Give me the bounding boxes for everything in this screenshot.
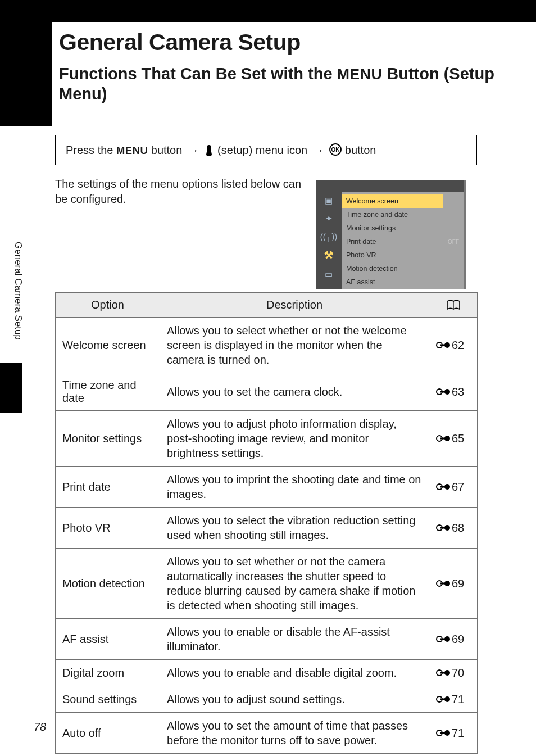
table-row: AF assistAllows you to enable or disable… bbox=[56, 619, 478, 660]
cell-option: Print date bbox=[56, 467, 160, 508]
cell-reference-number: 69 bbox=[452, 633, 464, 645]
ok-button-icon: OK bbox=[329, 143, 342, 156]
cell-description: Allows you to select whether or not the … bbox=[160, 318, 429, 373]
instr-ok-text: button bbox=[345, 144, 376, 156]
cell-description: Allows you to set the amount of time tha… bbox=[160, 713, 429, 754]
arrow-icon: → bbox=[188, 144, 199, 156]
title-block: General Camera Setup Functions That Can … bbox=[52, 22, 536, 126]
cell-reference-number: 65 bbox=[452, 432, 464, 445]
cell-reference: 71 bbox=[429, 713, 478, 754]
cell-description: Allows you to enable or disable the AF-a… bbox=[160, 619, 429, 660]
svg-rect-14 bbox=[440, 486, 446, 487]
mini-menu-item: Print date bbox=[342, 235, 443, 248]
mini-menu-item: AF assist bbox=[342, 275, 443, 289]
mini-menu-list: Welcome screenTime zone and dateMonitor … bbox=[342, 192, 443, 289]
wrench-icon bbox=[204, 144, 214, 156]
th-option: Option bbox=[56, 293, 160, 318]
arrow-icon: → bbox=[313, 144, 324, 156]
cell-reference-number: 71 bbox=[452, 693, 464, 705]
page-title: General Camera Setup bbox=[59, 29, 519, 56]
cell-reference-number: 71 bbox=[452, 727, 464, 739]
cell-option: AF assist bbox=[56, 619, 160, 660]
cell-option: Sound settings bbox=[56, 686, 160, 713]
ref-link-icon bbox=[436, 668, 451, 679]
table-row: Monitor settingsAllows you to adjust pho… bbox=[56, 411, 478, 467]
svg-rect-8 bbox=[440, 391, 446, 392]
cell-option: Monitor settings bbox=[56, 411, 160, 467]
cell-reference: 65 bbox=[429, 411, 478, 467]
side-tab-marker bbox=[0, 363, 22, 413]
cell-option: Motion detection bbox=[56, 549, 160, 619]
intro-text: The settings of the menu options listed … bbox=[55, 176, 302, 207]
svg-text:OK: OK bbox=[331, 147, 340, 153]
camera-icon: ▣ bbox=[325, 196, 333, 206]
cell-reference: 67 bbox=[429, 467, 478, 508]
cell-reference: 63 bbox=[429, 373, 478, 411]
mini-menu-sidebar: ▣ ✦ ((┬)) ⚒ ▭ bbox=[316, 192, 342, 289]
ref-link-icon bbox=[436, 523, 451, 534]
antenna-icon: ((┬)) bbox=[320, 232, 338, 241]
svg-rect-20 bbox=[440, 582, 446, 584]
page-number: 78 bbox=[34, 721, 46, 734]
wrench-icon: ⚒ bbox=[324, 249, 333, 261]
cell-description: Allows you to enable and disable digital… bbox=[160, 660, 429, 686]
cell-reference: 70 bbox=[429, 660, 478, 686]
table-row: Auto offAllows you to set the amount of … bbox=[56, 713, 478, 754]
cell-option: Welcome screen bbox=[56, 318, 160, 373]
table-row: Print dateAllows you to imprint the shoo… bbox=[56, 467, 478, 508]
svg-rect-32 bbox=[440, 732, 446, 734]
ref-link-icon bbox=[436, 728, 451, 739]
cell-reference-number: 69 bbox=[452, 577, 464, 590]
cell-description: Allows you to select the vibration reduc… bbox=[160, 508, 429, 549]
camera-menu-preview: ▣ ✦ ((┬)) ⚒ ▭ Welcome screenTime zone an… bbox=[316, 180, 466, 289]
cell-option: Photo VR bbox=[56, 508, 160, 549]
cell-reference: 71 bbox=[429, 686, 478, 713]
table-row: Sound settingsAllows you to adjust sound… bbox=[56, 686, 478, 713]
options-table-wrap: Option Description Welcome screenAllows … bbox=[55, 292, 478, 754]
cell-reference-number: 67 bbox=[452, 481, 464, 493]
mini-menu-value: OFF bbox=[448, 235, 459, 248]
mini-menu-values: OFF bbox=[443, 192, 464, 289]
side-section-label: General Camera Setup bbox=[12, 242, 24, 340]
cell-option: Auto off bbox=[56, 713, 160, 754]
cell-reference: 69 bbox=[429, 549, 478, 619]
table-row: Photo VRAllows you to select the vibrati… bbox=[56, 508, 478, 549]
svg-rect-11 bbox=[440, 437, 446, 439]
ref-link-icon bbox=[436, 340, 451, 351]
cell-reference-number: 68 bbox=[452, 522, 464, 534]
book-icon bbox=[446, 300, 461, 310]
svg-rect-5 bbox=[440, 344, 446, 346]
cell-reference-number: 62 bbox=[452, 339, 464, 351]
mini-menu-body: ▣ ✦ ((┬)) ⚒ ▭ Welcome screenTime zone an… bbox=[316, 192, 464, 289]
mini-menu-header bbox=[316, 180, 464, 192]
table-row: Digital zoomAllows you to enable and dis… bbox=[56, 660, 478, 686]
cell-description: Allows you to adjust photo information d… bbox=[160, 411, 429, 467]
instr-setup-text: (setup) menu icon bbox=[217, 144, 311, 156]
svg-rect-23 bbox=[440, 638, 446, 640]
cell-option: Time zone and date bbox=[56, 373, 160, 411]
ref-link-icon bbox=[436, 634, 451, 645]
cell-description: Allows you to adjust sound settings. bbox=[160, 686, 429, 713]
instr-prefix: Press the bbox=[66, 144, 116, 156]
mini-menu-item: Time zone and date bbox=[342, 208, 443, 221]
svg-rect-17 bbox=[440, 527, 446, 528]
cell-reference: 68 bbox=[429, 508, 478, 549]
th-description: Description bbox=[160, 293, 429, 318]
cell-reference-number: 63 bbox=[452, 386, 464, 398]
cell-description: Allows you to set whether or not the cam… bbox=[160, 549, 429, 619]
ref-link-icon bbox=[436, 482, 451, 493]
ref-link-icon bbox=[436, 387, 451, 398]
mini-menu-item: Monitor settings bbox=[342, 221, 443, 235]
table-row: Welcome screenAllows you to select wheth… bbox=[56, 318, 478, 373]
section-title-pre: Functions That Can Be Set with the bbox=[59, 65, 337, 83]
section-title-menu-label: MENU bbox=[337, 66, 383, 83]
cell-option: Digital zoom bbox=[56, 660, 160, 686]
table-header-row: Option Description bbox=[56, 293, 478, 318]
options-table: Option Description Welcome screenAllows … bbox=[55, 292, 478, 754]
page: General Camera Setup Functions That Can … bbox=[0, 0, 536, 756]
ref-link-icon bbox=[436, 694, 451, 705]
instruction-box: Press the MENU button → (setup) menu ico… bbox=[55, 135, 477, 165]
cell-reference-number: 70 bbox=[452, 667, 464, 679]
cell-description: Allows you to set the camera clock. bbox=[160, 373, 429, 411]
cell-reference: 69 bbox=[429, 619, 478, 660]
